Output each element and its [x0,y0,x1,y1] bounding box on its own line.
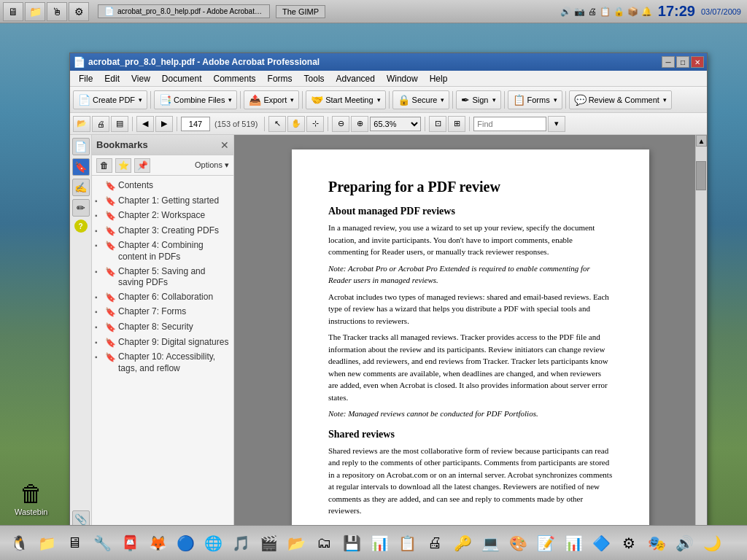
taskbar-icon-4[interactable]: 🔧 [89,530,115,556]
menu-comments[interactable]: Comments [208,72,262,85]
menu-tools[interactable]: Tools [298,72,330,85]
nav-back[interactable]: ◀ [136,116,154,132]
bookmark-ch9[interactable]: ▪ 🔖 Chapter 9: Digital signatures [92,335,233,351]
nav-forward[interactable]: ▶ [155,116,173,132]
taskbar-icon-5[interactable]: 📮 [117,530,143,556]
sidebar-tool-signatures[interactable]: ✍ [72,179,90,196]
sidebar-tool-bookmarks[interactable]: 🔖 [72,158,90,176]
bm-delete-button[interactable]: 🗑 [96,158,112,173]
export-button[interactable]: 📤 Export [244,90,299,109]
menu-window[interactable]: Window [381,72,424,85]
taskbar-icon-6[interactable]: 🦊 [144,530,171,556]
start-meeting-button[interactable]: 🤝 Start Meeting [306,90,385,109]
bookmark-ch2[interactable]: ▪ 🔖 Chapter 2: Workspace [92,209,233,224]
taskbar-icon-9[interactable]: 🎵 [228,530,254,556]
maximize-button[interactable]: □ [676,56,689,68]
nav-print[interactable]: 🖨 [92,116,109,132]
bookmark-ch7[interactable]: ▪ 🔖 Chapter 7: Forms [92,305,233,320]
secure-button[interactable]: 🔒 Secure [392,90,450,109]
tray-icon-4[interactable]: 📋 [600,7,611,17]
nav-hand[interactable]: ✋ [287,116,305,132]
taskbar-icon-20[interactable]: 📝 [533,530,559,556]
taskbar-btn-4[interactable]: ⚙ [69,2,89,21]
tray-icon-3[interactable]: 🖨 [588,7,597,17]
taskbar-icon-17[interactable]: 🔑 [449,530,476,556]
scroll-up-button[interactable]: ▲ [696,135,707,147]
close-button[interactable]: ✕ [691,56,704,68]
tray-icon-5[interactable]: 🔒 [614,7,624,17]
sidebar-tool-page[interactable]: 📄 [72,138,90,155]
taskbar-icon-2[interactable]: 📁 [34,530,60,556]
taskbar-icon-19[interactable]: 🎨 [505,530,531,556]
taskbar-icon-23[interactable]: ⚙ [616,530,642,556]
bookmark-ch10[interactable]: ▪ 🔖 Chapter 10: Accessibility, tags, and… [92,350,233,376]
volume-icon[interactable]: 🔊 [560,7,571,17]
taskbar-icon-16[interactable]: 🖨 [422,530,448,556]
taskbar-icon-10[interactable]: 🎬 [255,530,282,556]
menu-view[interactable]: View [125,72,156,85]
taskbar-icon-21[interactable]: 📊 [560,530,587,556]
minimize-button[interactable]: ─ [662,56,675,68]
taskbar-icon-14[interactable]: 📊 [366,530,392,556]
taskbar-icon-22[interactable]: 🔷 [588,530,614,556]
review-comment-button[interactable]: 💬 Review & Comment [569,90,672,109]
taskbar-btn-2[interactable]: 📁 [25,2,45,21]
nav-fit-page[interactable]: ⊡ [429,116,446,132]
nav-actual-size[interactable]: ⊞ [448,116,465,132]
taskbar-icon-13[interactable]: 💾 [338,530,365,556]
taskbar-icon-26[interactable]: 🌙 [699,530,725,556]
sidebar-tool-help[interactable]: ? [74,219,88,233]
nav-zoom-out[interactable]: ⊖ [332,116,349,132]
menu-help[interactable]: Help [424,72,454,85]
nav-cursor[interactable]: ↖ [268,116,286,132]
page-number-input[interactable] [181,117,210,131]
taskbar-icon-24[interactable]: 🎭 [643,530,670,556]
tray-icon-7[interactable]: 🔔 [641,7,652,17]
menu-file[interactable]: File [73,72,98,85]
pdf-scroll-container[interactable]: Preparing for a PDF review About managed… [234,135,707,551]
scroll-thumb[interactable] [696,161,706,190]
bookmark-ch8[interactable]: ▪ 🔖 Chapter 8: Security [92,320,233,335]
nav-select[interactable]: ⊹ [306,116,324,132]
bookmark-ch6[interactable]: ▪ 🔖 Chapter 6: Collaboration [92,290,233,306]
find-dropdown[interactable]: ▾ [548,116,565,132]
sidebar-tool-edit[interactable]: ✏ [72,199,90,217]
bookmarks-close-button[interactable]: ✕ [220,139,229,151]
bookmark-ch3[interactable]: ▪ 🔖 Chapter 3: Creating PDFs [92,224,233,239]
wastebin[interactable]: 🗑 Wastebin [15,481,47,516]
menu-advanced[interactable]: Advanced [330,72,381,85]
taskbar-icon-7[interactable]: 🔵 [172,530,198,556]
nav-zoom-in[interactable]: ⊕ [351,116,368,132]
taskbar-btn-3[interactable]: 🖱 [47,2,67,21]
bookmark-ch4[interactable]: ▪ 🔖 Chapter 4: Combining content in PDFs [92,238,233,264]
menu-forms[interactable]: Forms [262,72,298,85]
taskbar-icon-18[interactable]: 💻 [477,530,503,556]
bm-options-button[interactable]: Options ▾ [195,160,229,170]
sign-button[interactable]: ✒ Sign [456,90,500,109]
taskbar-icon-8[interactable]: 🌐 [200,530,226,556]
taskbar-icon-25[interactable]: 🔊 [671,530,697,556]
bookmark-ch1[interactable]: ▪ 🔖 Chapter 1: Getting started [92,194,233,209]
bookmark-ch5[interactable]: ▪ 🔖 Chapter 5: Saving and saving PDFs [92,265,233,290]
taskbar-icon-3[interactable]: 🖥 [61,530,88,556]
create-pdf-button[interactable]: 📄 Create PDF [73,90,147,109]
taskbar-icon-11[interactable]: 📂 [283,530,309,556]
menu-document[interactable]: Document [156,72,208,85]
forms-button[interactable]: 📋 Forms [508,90,562,109]
bm-expand-button[interactable]: 📌 [134,158,150,173]
taskbar-icon-1[interactable]: 🐧 [6,530,32,556]
nav-view-mode[interactable]: ▤ [111,116,128,132]
camera-icon[interactable]: 📷 [574,7,585,17]
combine-files-button[interactable]: 📑 Combine Files [154,90,237,109]
taskbar-icon-15[interactable]: 📋 [394,530,420,556]
tray-icon-6[interactable]: 📦 [627,7,638,17]
find-input[interactable] [473,117,546,131]
app-indicator-gimp[interactable]: The GIMP [276,5,325,18]
taskbar-icon-12[interactable]: 🗂 [311,530,337,556]
bm-new-button[interactable]: ⭐ [115,158,131,173]
zoom-select[interactable]: 65.3% 50% 75% 100% [370,117,421,131]
nav-folder-open[interactable]: 📂 [73,116,90,132]
app-indicator-acrobat[interactable]: 📄 acrobat_pro_8.0_help.pdf - Adobe Acrob… [98,4,270,18]
menu-edit[interactable]: Edit [98,72,125,85]
bookmark-contents[interactable]: 🔖 Contents [92,179,233,194]
